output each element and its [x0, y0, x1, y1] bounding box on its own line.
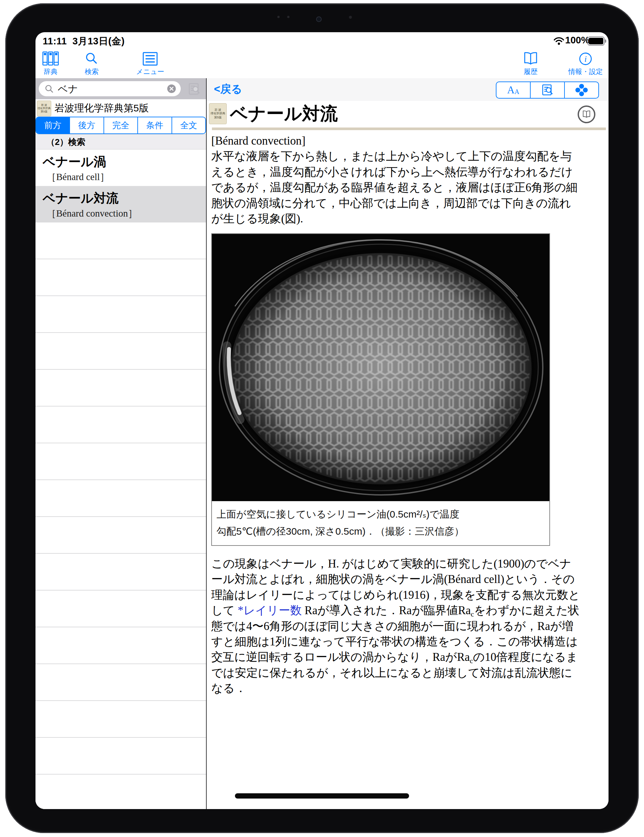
dictionary-name: 岩波理化学辞典第5版 — [54, 102, 149, 115]
toolbar-search-button[interactable]: 検索 — [72, 51, 111, 76]
result-row-benard-cell[interactable]: ベナール渦 ［Bénard cell］ — [36, 149, 206, 186]
back-button[interactable]: <戻る — [214, 78, 242, 101]
status-time-date: 11:11 3月13日(金) — [43, 35, 125, 48]
camera-dot — [349, 16, 352, 19]
article-body: 岩 波 理化学辞典 第5版 ベナール対流 [Bénard convection]… — [206, 101, 608, 809]
benard-convection-figure: 上面が空気に接しているシリコーン油(0.5cm²/ₛ)で温度 勾配5℃(槽の径3… — [211, 233, 550, 546]
title-divider-rule — [212, 128, 606, 130]
result-row-benard-convection[interactable]: ベナール対流 ［Bénard convection］ — [36, 186, 206, 223]
app-screen: 11:11 3月13日(金) 100% 辞典 検索 — [36, 32, 608, 809]
tab-exact-match[interactable]: 完全 — [104, 117, 138, 133]
open-book-icon — [523, 51, 539, 66]
camera-dot — [277, 16, 280, 18]
toolbar-dictionaries-button[interactable]: 辞典 — [36, 51, 70, 76]
related-items-button[interactable] — [565, 82, 598, 98]
tab-suffix-match[interactable]: 後方 — [70, 117, 104, 133]
result-title: ベナール渦 — [43, 153, 106, 170]
font-size-button[interactable]: AA — [497, 82, 531, 98]
open-book-glyph — [582, 110, 592, 119]
search-mode-tabs: 前方 後方 完全 条件 全文 — [36, 117, 206, 134]
dictionary-cover-icon: 岩 波 理化学辞典 第5版 — [37, 100, 51, 117]
article-header-bar: <戻る AA — [206, 78, 608, 101]
search-sidebar: 岩 波 理化学辞典 第5版 岩波理化学辞典第5版 前方 後方 完全 条件 全文 … — [36, 78, 206, 809]
entry-dictionary-cover-icon: 岩 波 理化学辞典 第5版 — [209, 103, 227, 124]
tab-fulltext[interactable]: 全文 — [172, 117, 205, 133]
battery-icon — [587, 36, 605, 46]
camera-dot — [287, 16, 290, 18]
books-icon — [43, 51, 59, 66]
result-subtitle: ［Bénard cell］ — [47, 171, 110, 184]
open-book-circle-icon[interactable] — [578, 105, 595, 123]
list-search-icon-disabled — [188, 82, 201, 96]
camera-lens — [316, 16, 322, 22]
search-bar-region — [36, 78, 206, 99]
entry-title: ベナール対流 — [230, 102, 338, 126]
dictionary-row[interactable]: 岩 波 理化学辞典 第5版 岩波理化学辞典第5版 — [36, 99, 206, 117]
article-toolbar: AA — [496, 82, 599, 98]
toolbar-info-settings-button[interactable]: i 情報・設定 — [566, 51, 605, 76]
svg-text:i: i — [584, 54, 587, 64]
search-field[interactable] — [39, 81, 181, 96]
toolbar-dictionaries-label: 辞典 — [36, 67, 70, 76]
search-input[interactable] — [57, 83, 157, 95]
home-indicator[interactable] — [235, 793, 409, 799]
entry-paragraph-1: [Bénard convection] 水平な液層を下から熱し，または上から冷や… — [211, 133, 578, 226]
result-subtitle: ［Bénard convection］ — [47, 207, 137, 220]
benard-cells-photo — [212, 234, 549, 501]
empty-result-rows — [36, 223, 206, 809]
toolbar-search-label: 検索 — [72, 67, 111, 76]
result-title: ベナール対流 — [43, 190, 119, 207]
four-dots-icon — [575, 84, 588, 97]
clear-search-icon[interactable] — [167, 84, 176, 94]
toolbar-history-label: 履歴 — [511, 67, 551, 76]
line-with-rayleigh-link[interactable]: して *レイリー数 Raが導入された．Raが臨界値Racをわずかに超えた状 — [211, 603, 580, 618]
menu-list-icon — [142, 51, 158, 66]
ipad-frame: 11:11 3月13日(金) 100% 辞典 検索 — [5, 3, 639, 833]
entry-paragraph-2: この現象はベナール，H. がはじめて実験的に研究した(1900)のでベナ ール対… — [211, 556, 580, 696]
wifi-icon — [553, 37, 564, 45]
toolbar-info-settings-label: 情報・設定 — [566, 67, 605, 76]
toolbar-menu-label: メニュー — [130, 67, 170, 76]
tab-prefix-match[interactable]: 前方 — [36, 117, 70, 133]
search-field-magnifier-icon — [45, 84, 54, 94]
figure-caption: 上面が空気に接しているシリコーン油(0.5cm²/ₛ)で温度 勾配5℃(槽の径3… — [212, 501, 549, 545]
results-count-header: （2）検索 — [36, 134, 206, 149]
toolbar-menu-button[interactable]: メニュー — [130, 51, 170, 76]
search-icon — [84, 51, 99, 66]
document-search-icon — [541, 84, 554, 96]
tab-condition[interactable]: 条件 — [138, 117, 172, 133]
search-in-entry-button[interactable] — [531, 82, 565, 98]
toolbar-history-button[interactable]: 履歴 — [511, 51, 551, 76]
info-icon: i — [578, 51, 593, 66]
battery-percent: 100% — [565, 35, 590, 46]
